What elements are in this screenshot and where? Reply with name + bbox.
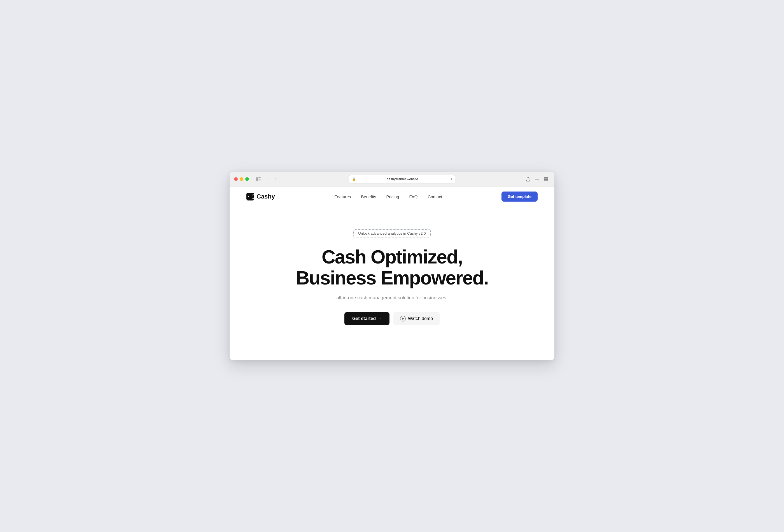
svg-point-11	[248, 196, 249, 197]
hero-headline: Cash Optimized, Business Empowered.	[296, 246, 488, 288]
hero-buttons: Get started → Watch demo	[344, 312, 440, 325]
svg-rect-9	[546, 179, 548, 181]
url-text: cashy.framer.website	[358, 177, 448, 181]
traffic-lights	[234, 177, 249, 181]
svg-rect-7	[546, 177, 548, 179]
nav-link-contact[interactable]: Contact	[427, 194, 442, 199]
logo-text: Cashy	[256, 193, 275, 200]
nav-link-pricing[interactable]: Pricing	[386, 194, 399, 199]
hero-badge: Unlock advanced analytics in Cashy v2.0	[353, 229, 430, 237]
maximize-button[interactable]	[245, 177, 249, 181]
back-button[interactable]: ‹	[263, 175, 271, 183]
browser-window: ‹ › 🔒 cashy.framer.website ↺	[230, 172, 554, 360]
hero-section: Unlock advanced analytics in Cashy v2.0 …	[230, 207, 554, 353]
sidebar-toggle-icon[interactable]	[254, 175, 262, 183]
browser-chrome: ‹ › 🔒 cashy.framer.website ↺	[230, 172, 554, 187]
play-triangle-icon	[402, 317, 404, 320]
nav-link-features[interactable]: Features	[334, 194, 351, 199]
svg-rect-2	[258, 179, 261, 179]
close-button[interactable]	[234, 177, 238, 181]
minimize-button[interactable]	[240, 177, 243, 181]
hero-headline-line2: Business Empowered.	[296, 267, 488, 288]
share-icon[interactable]	[524, 175, 532, 183]
get-started-button[interactable]: Get started →	[344, 312, 390, 325]
lock-icon: 🔒	[352, 177, 356, 181]
nav-link-benefits[interactable]: Benefits	[361, 194, 376, 199]
address-bar[interactable]: 🔒 cashy.framer.website ↺	[349, 175, 455, 184]
svg-rect-6	[544, 177, 546, 179]
address-bar-container: 🔒 cashy.framer.website ↺	[283, 175, 521, 184]
svg-rect-10	[246, 193, 254, 200]
svg-rect-0	[256, 177, 258, 181]
new-tab-icon[interactable]	[533, 175, 541, 183]
get-template-button[interactable]: Get template	[502, 192, 538, 202]
reload-icon[interactable]: ↺	[449, 177, 452, 181]
browser-actions	[524, 175, 550, 183]
watch-demo-button[interactable]: Watch demo	[393, 312, 440, 325]
hero-subtext: all-in-one cash management solution for …	[337, 295, 448, 301]
grid-icon[interactable]	[542, 175, 550, 183]
site-logo[interactable]: Cashy	[246, 193, 275, 200]
website-content: Cashy Features Benefits Pricing FAQ Cont…	[230, 187, 554, 360]
watch-demo-label: Watch demo	[408, 316, 433, 321]
forward-button[interactable]: ›	[272, 175, 280, 183]
nav-link-faq[interactable]: FAQ	[409, 194, 418, 199]
site-nav: Cashy Features Benefits Pricing FAQ Cont…	[230, 187, 554, 207]
logo-icon	[246, 193, 254, 200]
svg-rect-1	[258, 177, 261, 178]
hero-headline-line1: Cash Optimized,	[322, 246, 463, 268]
browser-controls: ‹ ›	[254, 175, 280, 183]
play-icon	[400, 316, 406, 321]
nav-arrows: ‹ ›	[263, 175, 280, 183]
nav-links: Features Benefits Pricing FAQ Contact	[334, 194, 442, 199]
svg-rect-3	[258, 180, 261, 181]
svg-rect-8	[544, 179, 546, 181]
